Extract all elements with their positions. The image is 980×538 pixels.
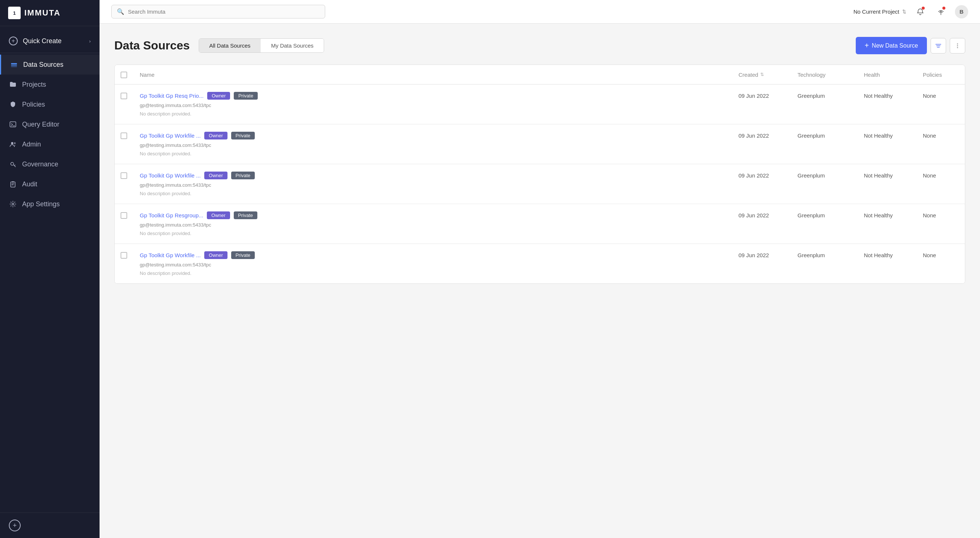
clipboard-icon [9,180,17,188]
page-title: Data Sources [114,39,190,53]
project-selector[interactable]: No Current Project ⇅ [854,8,906,15]
logo-number: 1 [13,10,16,16]
tab-all-data-sources[interactable]: All Data Sources [199,39,261,53]
description-0: No description provided. [140,111,727,117]
table-body: Gp Toolkit Gp Resq Prio... OwnerPrivate … [115,85,965,283]
table-row: Gp Toolkit Gp Workfile ... OwnerPrivate … [115,164,965,204]
chevron-right-icon: › [89,38,91,44]
badge-private: Private [231,172,255,179]
search-bar[interactable]: 🔍 [111,5,325,18]
data-source-link-0[interactable]: Gp Toolkit Gp Resq Prio... [140,93,204,99]
row-checkbox-1[interactable] [121,133,127,139]
badge-owner: Owner [204,172,227,179]
created-date-2: 09 Jun 2022 [733,172,792,179]
technology-2: Greenplum [792,172,858,179]
user-avatar[interactable]: B [955,5,968,18]
sidebar-item-label: Governance [22,161,58,168]
sidebar-item-label: Audit [22,180,37,188]
tab-my-data-sources[interactable]: My Data Sources [261,39,324,53]
page-header: Data Sources All Data Sources My Data So… [114,37,965,54]
th-policies: Policies [917,72,965,78]
filter-button[interactable] [931,38,946,54]
sidebar-item-quick-create[interactable]: + Quick Create › [0,29,100,53]
th-health: Health [858,72,917,78]
created-date-4: 09 Jun 2022 [733,251,792,258]
antenna-dot [942,6,945,10]
table-header: Name Created ⇅ Technology Health Policie… [115,65,965,85]
badge-private: Private [231,132,255,139]
svg-point-11 [940,10,942,11]
logo-text: IMMUTA [24,8,60,18]
data-sources-table: Name Created ⇅ Technology Health Policie… [114,65,965,284]
connection-url-1: gp@testing.immuta.com:5433/tpc [140,142,727,148]
policies-0: None [917,92,965,99]
sidebar-item-label: Data Sources [23,61,64,69]
sidebar-item-admin[interactable]: Admin [0,134,100,154]
technology-4: Greenplum [792,251,858,258]
sort-created-icon[interactable]: ⇅ [760,72,764,77]
notification-dot [922,6,925,10]
description-2: No description provided. [140,191,727,196]
table-row: Gp Toolkit Gp Resq Prio... OwnerPrivate … [115,85,965,125]
sidebar-item-policies[interactable]: Policies [0,94,100,114]
data-source-link-4[interactable]: Gp Toolkit Gp Workfile ... [140,252,200,258]
svg-rect-3 [10,122,16,127]
data-source-link-1[interactable]: Gp Toolkit Gp Workfile ... [140,133,200,139]
sidebar-item-app-settings[interactable]: App Settings [0,194,100,214]
sidebar-item-governance[interactable]: Governance [0,154,100,174]
data-source-link-2[interactable]: Gp Toolkit Gp Workfile ... [140,172,200,179]
sidebar-item-data-sources[interactable]: Data Sources [0,54,100,75]
svg-point-6 [11,162,14,165]
footer-add-button[interactable]: + [9,520,21,532]
created-date-0: 09 Jun 2022 [733,92,792,99]
connection-url-0: gp@testing.immuta.com:5433/tpc [140,102,727,108]
plus-circle-icon: + [9,37,18,45]
table-row: Gp Toolkit Gp Resgroup... OwnerPrivate g… [115,204,965,244]
logo-area: 1 IMMUTA [0,0,100,26]
gear-icon [9,200,17,208]
main-content: 🔍 No Current Project ⇅ [100,0,980,538]
policies-1: None [917,132,965,139]
sidebar-item-label: Projects [22,81,46,89]
sidebar-item-label: Policies [22,101,45,109]
policies-2: None [917,172,965,179]
data-source-link-3[interactable]: Gp Toolkit Gp Resgroup... [140,212,203,219]
project-label: No Current Project [854,8,899,15]
select-all-checkbox[interactable] [121,72,127,78]
table-row: Gp Toolkit Gp Workfile ... OwnerPrivate … [115,125,965,164]
sidebar-item-projects[interactable]: Projects [0,75,100,94]
badge-private: Private [234,211,257,219]
search-input[interactable] [128,8,320,15]
new-data-source-button[interactable]: + New Data Source [856,37,927,54]
th-created: Created ⇅ [733,72,792,78]
sidebar-item-query-editor[interactable]: Query Editor [0,114,100,134]
svg-rect-2 [11,66,17,67]
antenna-button[interactable] [934,5,948,18]
svg-point-9 [12,203,14,205]
sidebar: 1 IMMUTA + Quick Create › Data Sources [0,0,100,538]
terminal-icon [9,120,17,128]
description-1: No description provided. [140,151,727,156]
health-status-2: Not Healthy [858,172,917,179]
row-checkbox-2[interactable] [121,172,127,179]
users-icon [9,140,17,148]
key-icon [9,160,17,168]
top-header: 🔍 No Current Project ⇅ [100,0,980,24]
svg-point-4 [11,142,13,144]
sidebar-item-audit[interactable]: Audit [0,174,100,194]
health-status-3: Not Healthy [858,211,917,219]
notifications-button[interactable] [914,5,927,18]
svg-rect-1 [11,65,17,66]
connection-url-3: gp@testing.immuta.com:5433/tpc [140,222,727,228]
row-checkbox-3[interactable] [121,212,127,219]
header-actions: + New Data Source [856,37,965,54]
badge-private: Private [234,92,257,100]
sidebar-item-label: App Settings [22,200,60,208]
sidebar-item-label: Admin [22,140,41,148]
row-checkbox-0[interactable] [121,93,127,99]
more-options-button[interactable] [950,38,965,54]
svg-point-17 [957,47,958,48]
folder-icon [9,80,17,89]
health-status-1: Not Healthy [858,132,917,139]
row-checkbox-4[interactable] [121,252,127,259]
